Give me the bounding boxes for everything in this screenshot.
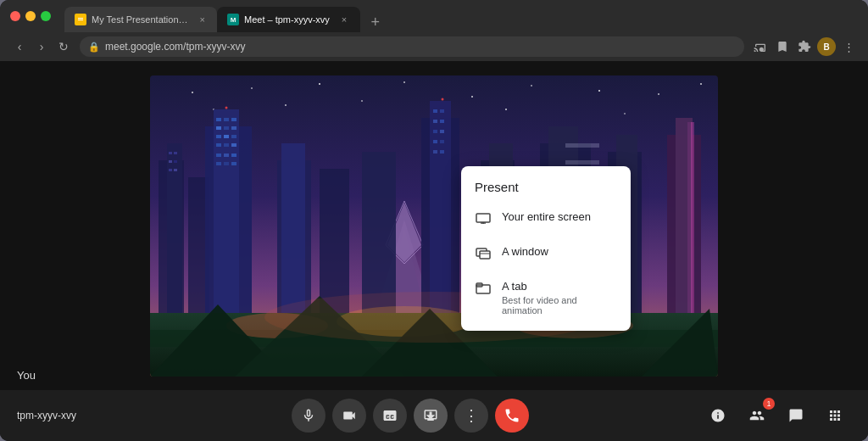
svg-rect-33 (231, 118, 236, 121)
svg-point-17 (361, 100, 363, 102)
svg-rect-75 (687, 122, 693, 326)
svg-rect-1 (78, 18, 83, 19)
info-button[interactable] (702, 399, 734, 432)
svg-rect-31 (216, 118, 221, 121)
cast-icon[interactable] (751, 37, 770, 56)
svg-rect-61 (433, 140, 437, 143)
svg-rect-55 (433, 109, 437, 113)
chat-button[interactable] (780, 399, 812, 432)
svg-rect-64 (440, 150, 444, 154)
svg-rect-56 (440, 109, 444, 113)
tab-slides[interactable]: My Test Presentation - Googl... × (64, 7, 217, 32)
meeting-info: tpm-xyyv-xvy (17, 410, 119, 421)
svg-rect-100 (480, 251, 490, 259)
present-item-screen-label: Your entire screen (502, 209, 591, 225)
svg-rect-39 (231, 135, 236, 138)
bookmark-icon[interactable] (773, 37, 792, 56)
tab-meet-close[interactable]: × (338, 14, 350, 25)
tab-icon (475, 280, 492, 297)
svg-rect-57 (433, 120, 437, 123)
svg-point-13 (658, 93, 659, 95)
present-item-window-label: A window (502, 244, 548, 260)
svg-rect-63 (433, 150, 437, 154)
captions-button[interactable] (373, 399, 407, 433)
slides-favicon (75, 14, 86, 25)
close-button[interactable] (10, 11, 20, 21)
svg-rect-23 (169, 152, 172, 154)
svg-rect-32 (224, 118, 229, 121)
bottom-toolbar: tpm-xyyv-xvy (0, 390, 868, 441)
svg-point-6 (192, 92, 193, 93)
presentation-view (150, 75, 718, 377)
toolbar-center: ⋮ (119, 399, 702, 433)
svg-rect-47 (224, 162, 229, 165)
present-item-tab-text: A tab Best for video and animation (502, 279, 617, 315)
present-item-tab-label: A tab (502, 279, 617, 294)
svg-rect-58 (440, 120, 444, 123)
back-button[interactable]: ‹ (10, 37, 29, 56)
present-popup: Present Your entire screen (461, 166, 631, 331)
present-item-tab[interactable]: A tab Best for video and animation (461, 271, 631, 324)
people-button-wrap: 1 (741, 399, 773, 432)
tab-slides-label: My Test Presentation - Googl... (92, 14, 189, 25)
present-item-window[interactable]: A window (461, 236, 631, 271)
new-tab-button[interactable]: + (365, 12, 386, 32)
svg-rect-43 (216, 154, 221, 157)
url-text: meet.google.com/tpm-xyyv-xvy (105, 41, 245, 53)
forward-button[interactable]: › (32, 37, 51, 56)
svg-rect-40 (216, 143, 221, 147)
end-call-button[interactable] (495, 399, 529, 433)
svg-point-7 (251, 87, 253, 89)
traffic-lights (10, 11, 51, 21)
present-button[interactable] (414, 399, 448, 433)
reload-button[interactable]: ↻ (54, 37, 73, 56)
svg-point-93 (225, 106, 228, 109)
svg-rect-48 (231, 162, 236, 165)
activities-button[interactable] (819, 399, 851, 432)
svg-rect-28 (174, 169, 177, 171)
video-area: Present Your entire screen (0, 61, 868, 390)
svg-rect-37 (216, 135, 221, 138)
svg-rect-34 (216, 126, 221, 130)
address-actions: B ⋮ (751, 37, 858, 56)
present-item-tab-sub: Best for video and animation (502, 295, 617, 315)
content-area: Present Your entire screen (0, 61, 868, 441)
present-item-screen-text: Your entire screen (502, 209, 591, 225)
more-options-button[interactable]: ⋮ (454, 399, 488, 433)
camera-button[interactable] (332, 399, 366, 433)
menu-icon[interactable]: ⋮ (839, 37, 858, 56)
svg-rect-26 (174, 160, 177, 163)
svg-rect-41 (224, 143, 229, 147)
svg-point-19 (624, 113, 626, 114)
screen-icon (475, 210, 492, 227)
tab-meet-label: Meet – tpm-xyyv-xvy (244, 14, 330, 25)
tab-meet[interactable]: M Meet – tpm-xyyv-xvy × (217, 7, 360, 32)
maximize-button[interactable] (41, 11, 51, 21)
svg-rect-68 (565, 160, 599, 165)
present-item-screen[interactable]: Your entire screen (461, 201, 631, 236)
svg-rect-24 (174, 152, 177, 154)
svg-rect-36 (231, 126, 236, 130)
svg-rect-67 (565, 143, 599, 148)
minimize-button[interactable] (25, 11, 36, 21)
extension-icon[interactable] (795, 37, 814, 56)
mic-button[interactable] (292, 399, 326, 433)
tabs-bar: My Test Presentation - Googl... × M Meet… (64, 0, 386, 32)
svg-point-18 (505, 109, 507, 110)
present-menu-title: Present (461, 173, 631, 201)
svg-rect-35 (224, 126, 229, 130)
svg-rect-25 (169, 160, 172, 163)
svg-text:M: M (231, 16, 236, 24)
svg-rect-30 (214, 109, 239, 330)
svg-rect-96 (476, 214, 490, 222)
profile-avatar[interactable]: B (817, 37, 836, 56)
svg-rect-59 (433, 130, 437, 133)
svg-rect-46 (216, 162, 221, 165)
svg-rect-27 (169, 169, 172, 171)
people-badge: 1 (763, 398, 775, 410)
url-bar[interactable]: 🔒 meet.google.com/tpm-xyyv-xvy (80, 36, 744, 57)
svg-point-12 (598, 90, 600, 92)
nav-buttons: ‹ › ↻ (10, 37, 73, 56)
browser-window: My Test Presentation - Googl... × M Meet… (0, 0, 868, 441)
tab-slides-close[interactable]: × (198, 14, 207, 25)
